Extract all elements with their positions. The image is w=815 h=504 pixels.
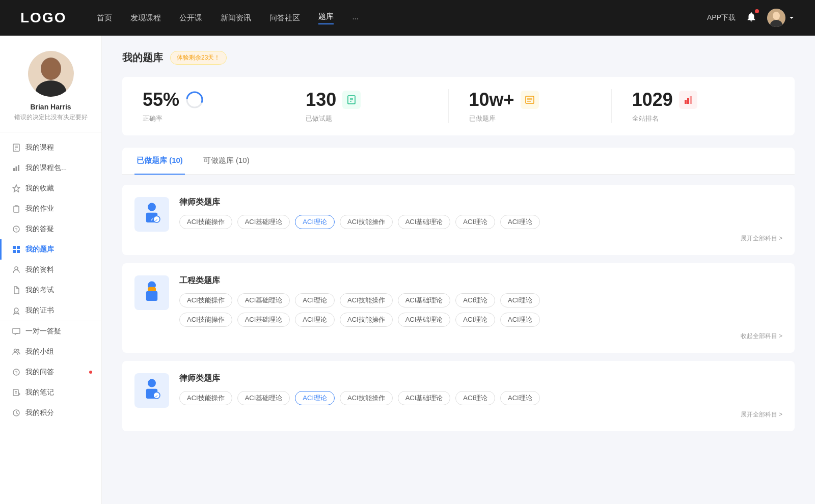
svg-rect-19 [17,246,20,249]
file-icon [12,286,20,294]
tag-6[interactable]: ACI理论 [455,215,495,229]
svg-text:?: ? [15,370,18,375]
eng-tag-2[interactable]: ACI基础理论 [237,293,290,307]
points-icon [12,409,20,417]
stat-value-donebanks: 10w+ [469,89,514,110]
pie-chart-icon [185,91,204,109]
eng-tag-11[interactable]: ACI技能操作 [340,313,393,327]
eng-tag-1[interactable]: ACI技能操作 [179,293,232,307]
law2-tag-7[interactable]: ACI理论 [500,391,540,405]
sidebar-item-mygroup[interactable]: 我的小组 [0,342,101,362]
svg-point-25 [14,349,17,352]
bank-expand-lawyer-2[interactable]: 展开全部科目 > [179,410,782,419]
stat-correctrate: 55% 正确率 [143,89,285,123]
sidebar-item-myqanda[interactable]: ? 我的问答 [0,362,101,382]
law2-tag-1[interactable]: ACI技能操作 [179,391,232,405]
sidebar-item-myhomework[interactable]: 我的作业 [0,199,101,219]
eng-tag-4[interactable]: ACI技能操作 [340,293,393,307]
grid-icon [12,245,20,254]
nav-open-course[interactable]: 公开课 [179,13,202,23]
nav-home[interactable]: 首页 [97,13,112,23]
nav-qa[interactable]: 问答社区 [269,13,300,23]
svg-rect-29 [13,389,18,396]
sidebar-item-mypackage[interactable]: 我的课程包... [0,158,101,178]
bank-expand-lawyer-1[interactable]: 展开全部科目 > [179,234,782,243]
bank-tags-engineer-row2: ACI技能操作 ACI基础理论 ACI理论 ACI技能操作 ACI基础理论 AC… [179,313,782,327]
document-icon [12,144,20,152]
nav-discover[interactable]: 发现课程 [130,13,161,23]
profile-name: Brian Harris [10,103,91,111]
avatar-image [767,9,785,27]
nav-more[interactable]: ··· [352,14,359,22]
profile-avatar [28,51,74,97]
eng-tag-5[interactable]: ACI基础理论 [398,293,451,307]
sidebar-item-mypoints[interactable]: 我的积分 [0,403,101,423]
stat-value-donequestions: 130 [306,89,336,110]
eng-tag-13[interactable]: ACI理论 [455,313,495,327]
law2-tag-3[interactable]: ACI理论 [295,391,335,405]
sidebar-menu: 我的课程 我的课程包... 我的收藏 我的作业 ? 我的答疑 我的题库 [0,137,101,423]
bank-info-engineer: 工程类题库 ACI技能操作 ACI基础理论 ACI理论 ACI技能操作 ACI基… [179,275,782,341]
user-icon [12,266,20,274]
nav-news[interactable]: 新闻资讯 [221,13,251,23]
svg-point-26 [17,349,19,351]
tag-1[interactable]: ACI技能操作 [179,215,232,229]
sidebar-item-myexam[interactable]: 我的考试 [0,280,101,300]
sidebar-item-myprofile[interactable]: 我的资料 [0,260,101,280]
bank-card-lawyer-1: ✓ ✓ 律师类题库 ACI技能操作 ACI基础理论 ACI理论 ACI技能操作 … [122,185,795,255]
lawyer-figure-icon-2: ✓ [140,378,164,403]
notification-badge [755,9,759,13]
doc-icon-bg [342,91,361,109]
eng-tag-9[interactable]: ACI基础理论 [237,313,290,327]
sidebar-item-mycert[interactable]: 我的证书 [0,300,101,321]
bank-name-engineer: 工程类题库 [179,275,782,286]
svg-rect-52 [146,291,157,301]
qa-badge [89,371,92,374]
navbar: LOGO 首页 发现课程 公开课 新闻资讯 问答社区 题库 ··· APP下载 [0,0,815,36]
eng-tag-7[interactable]: ACI理论 [500,293,540,307]
eng-tag-10[interactable]: ACI理论 [295,313,335,327]
law2-tag-4[interactable]: ACI技能操作 [340,391,393,405]
svg-point-23 [14,308,18,312]
svg-text:✓: ✓ [155,394,158,399]
law2-tag-2[interactable]: ACI基础理论 [237,391,290,405]
bank-name-lawyer-2: 律师类题库 [179,373,782,384]
bank-tags-lawyer-2: ACI技能操作 ACI基础理论 ACI理论 ACI技能操作 ACI基础理论 AC… [179,391,782,405]
sidebar-item-mynotes[interactable]: 我的笔记 [0,382,101,403]
tag-3[interactable]: ACI理论 [295,215,335,229]
eng-tag-8[interactable]: ACI技能操作 [179,313,232,327]
tag-7[interactable]: ACI理论 [500,215,540,229]
app-download-button[interactable]: APP下载 [707,13,736,22]
stat-label-correctrate: 正确率 [143,115,162,122]
tag-2[interactable]: ACI基础理论 [237,215,290,229]
sidebar-item-onetoone[interactable]: 一对一答疑 [0,321,101,342]
user-avatar[interactable] [767,9,795,27]
eng-tag-14[interactable]: ACI理论 [500,313,540,327]
eng-tag-6[interactable]: ACI理论 [455,293,495,307]
tabs-section: 已做题库 (10) 可做题库 (10) [122,148,795,175]
tab-done-banks[interactable]: 已做题库 (10) [134,148,185,175]
sidebar-item-mybank[interactable]: 我的题库 [0,239,101,260]
ranking-chart-icon [683,95,693,105]
law2-tag-6[interactable]: ACI理论 [455,391,495,405]
navbar-right: APP下载 [707,9,795,27]
qa-icon: ? [12,368,20,376]
profile-motto: 错误的决定比没有决定要好 [10,113,91,122]
notification-bell[interactable] [746,11,757,24]
sidebar-item-myqa[interactable]: ? 我的答疑 [0,219,101,239]
sidebar-item-mycourse[interactable]: 我的课程 [0,137,101,158]
law2-tag-5[interactable]: ACI基础理论 [398,391,451,405]
bank-collapse-engineer[interactable]: 收起全部科目 > [179,332,782,341]
svg-rect-12 [16,166,17,171]
eng-tag-12[interactable]: ACI基础理论 [398,313,451,327]
svg-rect-18 [13,246,16,249]
svg-text:✓: ✓ [155,218,158,222]
tag-4[interactable]: ACI技能操作 [340,215,393,229]
sidebar-item-myfavorites[interactable]: 我的收藏 [0,178,101,199]
eng-tag-3[interactable]: ACI理论 [295,293,335,307]
nav-menu: 首页 发现课程 公开课 新闻资讯 问答社区 题库 ··· [97,12,707,24]
nav-bank[interactable]: 题库 [318,12,334,24]
tag-5[interactable]: ACI基础理论 [398,215,451,229]
logo[interactable]: LOGO [20,10,66,26]
tab-available-banks[interactable]: 可做题库 (10) [201,148,252,175]
